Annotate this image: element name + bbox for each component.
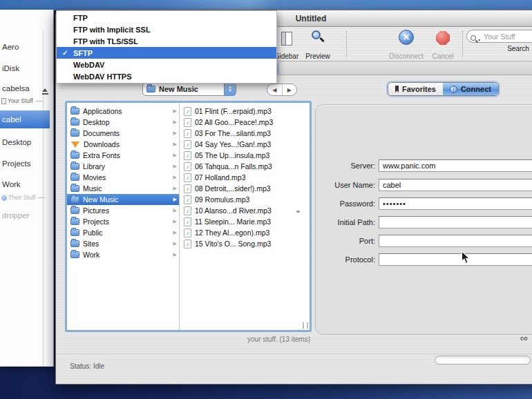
header-rule <box>38 197 45 198</box>
file-row[interactable]: ♪04 Say Yes...!Gan!.mp3 <box>180 139 310 150</box>
folder-row[interactable]: Movies▶ <box>67 172 179 183</box>
file-row[interactable]: ♪05 The Up...insula.mp3 <box>180 150 310 161</box>
server-field[interactable]: www.panic.com <box>379 159 532 172</box>
cancel-button: Cancel <box>428 30 458 60</box>
file-row[interactable]: ♪12 They Al...egon).mp3 <box>180 227 310 238</box>
column-resize-grip[interactable] <box>303 322 308 329</box>
menu-item-ftp[interactable]: FTP <box>57 12 276 23</box>
file-row[interactable]: ♪02 All Goo...Peace!.mp3 <box>180 117 310 128</box>
sidebar-header-your-stuff: Your Stuff <box>0 97 50 106</box>
desktop: Aero iDisk cabelsa Your Stuff cabel Desk… <box>0 0 532 399</box>
folder-name: Projects <box>83 217 170 226</box>
file-name: 02 All Goo...Peace!.mp3 <box>195 118 307 126</box>
eject-icon[interactable] <box>41 88 49 96</box>
file-row[interactable]: ♪11 Sleepin... Marie.mp3 <box>180 216 310 227</box>
disclosure-icon: ▶ <box>173 230 177 235</box>
file-row[interactable]: ♪09 Romulus.mp3 <box>180 194 310 205</box>
background-window[interactable]: Aero iDisk cabelsa Your Stuff cabel Desk… <box>0 10 54 367</box>
protocol-row: Protocol: <box>316 253 532 266</box>
file-row[interactable]: ♪07 Holland.mp3 <box>180 172 310 183</box>
menu-item-label: WebDAV HTTPS <box>73 72 132 81</box>
clipped-corner-text: co <box>520 335 528 342</box>
port-field[interactable] <box>379 235 532 247</box>
initial-path-field[interactable] <box>379 216 532 228</box>
cancel-icon <box>436 31 450 45</box>
favorites-label: Favorites <box>402 85 436 93</box>
file-name: 15 Vito's O... Song.mp3 <box>195 240 307 248</box>
path-popup-menu[interactable]: New Music ▲▼ <box>142 82 236 96</box>
mp3-file-icon: ♪ <box>184 195 191 204</box>
preview-button[interactable]: Preview <box>302 30 334 60</box>
sidebar-item-desktop[interactable]: Desktop <box>0 135 43 149</box>
connect-label: Connect <box>461 85 491 93</box>
file-row[interactable]: ♪15 Vito's O... Song.mp3 <box>180 238 310 249</box>
preview-icon <box>310 30 325 45</box>
folder-name: Music <box>83 184 170 193</box>
mp3-file-icon: ♪ <box>184 107 191 116</box>
folder-row[interactable]: Documents▶ <box>67 128 179 139</box>
password-field[interactable]: ••••••• <box>379 197 532 210</box>
file-name: 12 They Al...egon).mp3 <box>195 228 307 237</box>
search-scope-arrow-icon: ▾ <box>478 37 480 42</box>
protocol-label: Protocol: <box>316 255 375 264</box>
file-row[interactable]: ♪01 Flint (F...erpaid).mp3 <box>180 106 310 117</box>
sidebar-item-projects[interactable]: Projects <box>0 157 43 171</box>
transmit-window: Untitled ≡ View ✱ ▼ Action <box>55 10 532 385</box>
disclosure-icon: ▶ <box>173 142 177 147</box>
checkmark-icon: ✓ <box>62 49 73 57</box>
disclosure-icon: ▶ <box>173 197 177 202</box>
sidebar-item-cabelsa[interactable]: cabelsa <box>0 81 43 95</box>
menu-item-ftp-implicit-ssl[interactable]: FTP with Implicit SSL <box>57 23 276 35</box>
toolbar-separator <box>462 31 463 57</box>
folder-name: Library <box>83 162 170 171</box>
file-name: 11 Sleepin... Marie.mp3 <box>195 217 307 226</box>
disconnect-label: Disconnect <box>389 52 423 60</box>
file-row[interactable]: ♪08 Detroit,...sider!).mp3 <box>180 183 310 194</box>
menu-item-ftp-tls-ssl[interactable]: FTP with TLS/SSL <box>57 35 276 47</box>
folder-row[interactable]: Projects▶ <box>67 216 179 227</box>
globe-icon <box>1 195 7 201</box>
file-row[interactable]: ♪03 For The...silanti.mp3 <box>180 128 310 139</box>
folder-name: Pictures <box>83 206 170 215</box>
forward-button[interactable]: ▶ <box>283 84 297 95</box>
username-field[interactable]: cabel <box>379 179 532 191</box>
folder-row[interactable]: Extra Fonts▶ <box>67 150 179 161</box>
menu-item-sftp[interactable]: ✓SFTP <box>57 47 276 59</box>
username-label: User Name: <box>316 181 375 189</box>
mp3-file-icon: ♪ <box>184 162 191 171</box>
file-row[interactable]: ♪10 Alanso...d River.mp3 <box>180 205 310 216</box>
sidebar-item-aero[interactable]: Aero <box>0 40 43 54</box>
preview-label: Preview <box>305 52 330 60</box>
menu-item-label: FTP with TLS/SSL <box>73 37 138 46</box>
folder-row[interactable]: Downloads▶ <box>67 139 179 150</box>
folder-row[interactable]: Pictures▶ <box>67 205 179 216</box>
menu-item-webdav-https[interactable]: WebDAV HTTPS <box>57 70 276 82</box>
favorites-segment[interactable]: Favorites <box>388 83 443 95</box>
folder-row[interactable]: Applications▶ <box>67 106 179 117</box>
folder-row[interactable]: Music▶ <box>67 183 179 194</box>
disclosure-icon: ▶ <box>173 219 177 224</box>
folder-row[interactable]: Public▶ <box>67 227 179 238</box>
folder-row[interactable]: Work▶ <box>67 249 179 260</box>
search-icon <box>471 35 476 41</box>
current-folder-name: New Music <box>159 85 198 93</box>
sidebar-item-idisk[interactable]: iDisk <box>0 61 43 75</box>
connect-segment[interactable]: Connect <box>443 83 498 95</box>
folder-row[interactable]: Desktop▶ <box>67 117 179 128</box>
folder-row[interactable]: Sites▶ <box>67 238 179 249</box>
back-button[interactable]: ◀ <box>267 84 283 95</box>
folder-row[interactable]: Library▶ <box>67 161 179 172</box>
disclosure-icon: ▶ <box>173 252 177 257</box>
protocol-popup[interactable] <box>379 253 532 266</box>
sidebar-item-cabel[interactable]: cabel <box>0 110 50 128</box>
sidebar-item-work[interactable]: Work <box>0 177 43 191</box>
folder-row-selected[interactable]: New Music▶ <box>67 194 179 205</box>
sidebar-item-dropper[interactable]: dropper <box>0 208 43 222</box>
folder-name: Desktop <box>83 118 170 126</box>
folder-icon <box>70 119 79 126</box>
file-row[interactable]: ♪06 Tahqua...n Falls.mp3 <box>180 161 310 172</box>
file-name: 08 Detroit,...sider!).mp3 <box>195 184 307 193</box>
desktop-wallpaper-strip <box>0 0 532 10</box>
menu-item-webdav[interactable]: WebDAV <box>57 59 276 70</box>
split-handle[interactable] <box>296 211 300 213</box>
